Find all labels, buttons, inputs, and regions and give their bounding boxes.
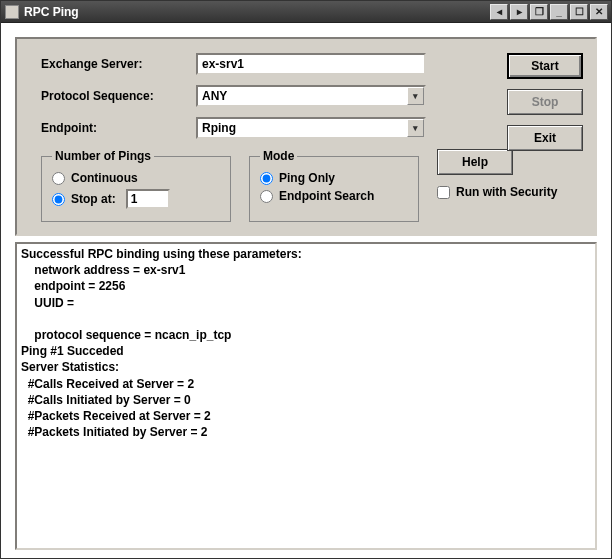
- radio-endpoint-search[interactable]: [260, 190, 273, 203]
- endpoint-select[interactable]: Rping: [196, 117, 426, 139]
- chevron-down-icon[interactable]: [407, 87, 424, 105]
- label-stop-at: Stop at:: [71, 192, 116, 206]
- chevron-down-icon[interactable]: [407, 119, 424, 137]
- endpoint-value: Rping: [202, 121, 236, 135]
- row-protocol-sequence: Protocol Sequence: ANY: [41, 85, 583, 107]
- exchange-server-input[interactable]: [196, 53, 426, 75]
- radio-stop-at[interactable]: [52, 193, 65, 206]
- legend-pings: Number of Pings: [52, 149, 154, 163]
- row-endpoint: Endpoint: Rping: [41, 117, 583, 139]
- maximize-button[interactable]: ☐: [570, 4, 588, 20]
- start-button[interactable]: Start: [507, 53, 583, 79]
- label-protocol-sequence: Protocol Sequence:: [41, 89, 196, 103]
- radio-continuous[interactable]: [52, 172, 65, 185]
- label-ping-only: Ping Only: [279, 171, 335, 185]
- row-exchange-server: Exchange Server:: [41, 53, 583, 75]
- close-button[interactable]: ✕: [590, 4, 608, 20]
- label-run-with-security: Run with Security: [456, 185, 557, 199]
- stop-button[interactable]: Stop: [507, 89, 583, 115]
- radio-row-ping-only: Ping Only: [260, 171, 408, 185]
- window-content: Exchange Server: Protocol Sequence: ANY …: [1, 23, 611, 558]
- legend-mode: Mode: [260, 149, 297, 163]
- titlebar-button-right-icon[interactable]: ▸: [510, 4, 528, 20]
- radio-row-stop-at: Stop at:: [52, 189, 220, 209]
- stop-at-input[interactable]: [126, 189, 170, 209]
- help-button[interactable]: Help: [437, 149, 513, 175]
- titlebar-button-restoredown-icon[interactable]: ❐: [530, 4, 548, 20]
- button-column: Start Stop Exit: [507, 53, 583, 151]
- protocol-sequence-select[interactable]: ANY: [196, 85, 426, 107]
- label-exchange-server: Exchange Server:: [41, 57, 196, 71]
- radio-row-continuous: Continuous: [52, 171, 220, 185]
- group-number-of-pings: Number of Pings Continuous Stop at:: [41, 149, 231, 222]
- radio-row-endpoint-search: Endpoint Search: [260, 189, 408, 203]
- protocol-sequence-value: ANY: [202, 89, 227, 103]
- label-endpoint: Endpoint:: [41, 121, 196, 135]
- titlebar: RPC Ping ◂ ▸ ❐ _ ☐ ✕: [1, 1, 611, 23]
- form-panel: Exchange Server: Protocol Sequence: ANY …: [15, 37, 597, 236]
- exit-button[interactable]: Exit: [507, 125, 583, 151]
- titlebar-button-left-icon[interactable]: ◂: [490, 4, 508, 20]
- window-system-icon: [5, 5, 19, 19]
- group-row: Number of Pings Continuous Stop at: Mode…: [41, 149, 583, 222]
- label-endpoint-search: Endpoint Search: [279, 189, 374, 203]
- run-with-security-row: Run with Security: [437, 185, 557, 199]
- window-title: RPC Ping: [24, 5, 488, 19]
- label-continuous: Continuous: [71, 171, 138, 185]
- run-with-security-checkbox[interactable]: [437, 186, 450, 199]
- group-mode: Mode Ping Only Endpoint Search: [249, 149, 419, 222]
- right-extras: Help Run with Security: [437, 149, 557, 222]
- radio-ping-only[interactable]: [260, 172, 273, 185]
- minimize-button[interactable]: _: [550, 4, 568, 20]
- output-panel[interactable]: Successful RPC binding using these param…: [15, 242, 597, 550]
